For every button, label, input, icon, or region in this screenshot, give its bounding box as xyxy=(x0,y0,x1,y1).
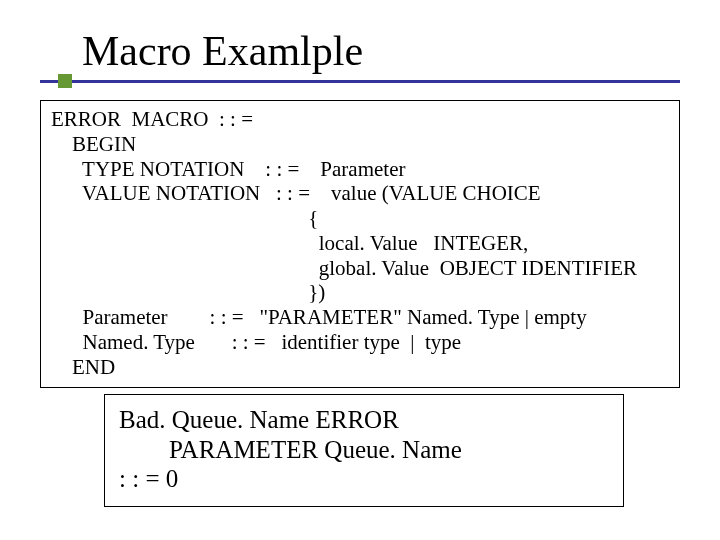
macro-usage-box: Bad. Queue. Name ERROR PARAMETER Queue. … xyxy=(104,394,624,507)
slide: Macro Examlple ERROR MACRO : : = BEGIN T… xyxy=(0,0,720,540)
title-bullet-icon xyxy=(58,74,72,88)
slide-title: Macro Examlple xyxy=(82,28,363,74)
title-underline xyxy=(40,80,680,83)
macro-definition-box: ERROR MACRO : : = BEGIN TYPE NOTATION : … xyxy=(40,100,680,388)
